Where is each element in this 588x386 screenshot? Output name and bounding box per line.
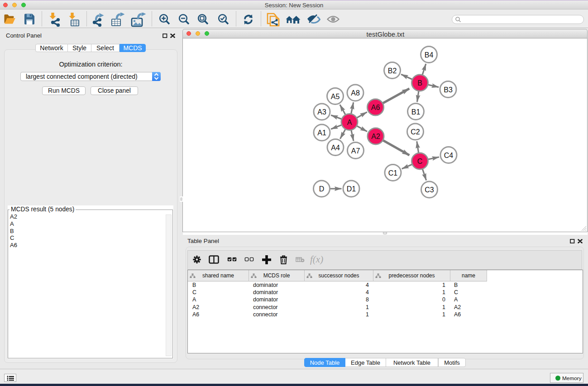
svg-text:A1: A1: [317, 129, 326, 137]
svg-text:B2: B2: [388, 67, 397, 75]
svg-text:C2: C2: [411, 128, 420, 136]
svg-text:C1: C1: [388, 169, 398, 177]
svg-text:A5: A5: [331, 93, 340, 100]
svg-text:C3: C3: [425, 186, 434, 194]
svg-text:A7: A7: [351, 147, 360, 155]
svg-text:A4: A4: [331, 144, 340, 152]
svg-text:A3: A3: [317, 108, 326, 116]
svg-text:C: C: [417, 157, 423, 165]
svg-text:D1: D1: [347, 185, 356, 193]
svg-text:B1: B1: [411, 108, 421, 116]
svg-text:A2: A2: [371, 133, 380, 140]
svg-text:B3: B3: [444, 86, 453, 94]
svg-text:A: A: [347, 119, 352, 126]
svg-text:A8: A8: [351, 89, 360, 97]
svg-text:B: B: [417, 79, 422, 87]
svg-text:B4: B4: [425, 51, 434, 59]
svg-text:C4: C4: [444, 152, 454, 159]
svg-text:D: D: [319, 185, 325, 193]
svg-text:A6: A6: [371, 104, 380, 111]
